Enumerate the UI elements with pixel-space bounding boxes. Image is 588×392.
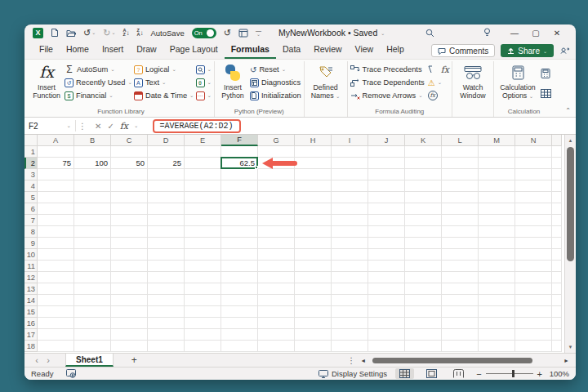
scrollbar-resizer[interactable]: ⋮ xyxy=(347,356,356,365)
vertical-scrollbar-thumb[interactable] xyxy=(567,147,574,261)
cell-K2[interactable] xyxy=(405,158,442,169)
name-box[interactable]: F2 ⌄ xyxy=(24,118,75,134)
cell-D11[interactable] xyxy=(148,261,185,272)
cell-E18[interactable] xyxy=(185,341,221,352)
cell-J16[interactable] xyxy=(368,318,405,329)
column-header-N[interactable]: N xyxy=(515,135,552,146)
cell-H5[interactable] xyxy=(295,192,332,203)
name-box-resizer[interactable]: ⋮ xyxy=(75,120,89,131)
row-header-12[interactable]: 12 xyxy=(24,272,38,283)
cell-L2[interactable] xyxy=(442,158,479,169)
cell-D14[interactable] xyxy=(148,295,185,306)
cell-F3[interactable] xyxy=(221,169,258,180)
cell-J14[interactable] xyxy=(368,295,405,306)
python-initialization-button[interactable]: Initialization xyxy=(250,90,301,101)
cell-F17[interactable] xyxy=(221,329,258,341)
cell-E12[interactable] xyxy=(185,272,221,283)
cell-A17[interactable] xyxy=(38,329,74,341)
cell-K5[interactable] xyxy=(405,192,442,203)
cell-A9[interactable] xyxy=(38,238,74,249)
cell-L11[interactable] xyxy=(442,261,479,272)
cell-I10[interactable] xyxy=(332,249,368,261)
row-header-18[interactable]: 18 xyxy=(24,341,38,352)
cell-F10[interactable] xyxy=(221,249,258,261)
cell-F14[interactable] xyxy=(221,295,258,306)
cell-B11[interactable] xyxy=(74,261,111,272)
formula-input[interactable]: =AVERAGE(A2:D2) xyxy=(160,122,234,131)
column-header-I[interactable]: I xyxy=(332,135,368,146)
cell-F15[interactable] xyxy=(221,306,258,318)
cell-partial[interactable] xyxy=(552,329,562,341)
cell-B4[interactable] xyxy=(74,180,111,192)
cell-L7[interactable] xyxy=(442,215,479,226)
cell-H17[interactable] xyxy=(295,329,332,341)
column-header-K[interactable]: K xyxy=(405,135,442,146)
chevron-down-icon[interactable]: ⌄ xyxy=(91,30,96,35)
cell-H15[interactable] xyxy=(295,306,332,318)
cell-B1[interactable] xyxy=(74,146,111,158)
cell-B10[interactable] xyxy=(74,249,111,261)
recently-used-button[interactable]: ↺ Recently Used⌄ xyxy=(65,77,132,88)
cell-C4[interactable] xyxy=(111,180,148,192)
cell-G16[interactable] xyxy=(258,318,295,329)
cell-C9[interactable] xyxy=(111,238,148,249)
cell-C3[interactable] xyxy=(111,169,148,180)
cell-A3[interactable] xyxy=(38,169,74,180)
accessibility-icon[interactable] xyxy=(66,369,76,378)
zoom-slider[interactable] xyxy=(486,373,533,374)
cell-H2[interactable] xyxy=(295,158,332,169)
cell-D16[interactable] xyxy=(148,318,185,329)
cell-D12[interactable] xyxy=(148,272,185,283)
page-layout-view-button[interactable] xyxy=(422,368,441,379)
cell-N10[interactable] xyxy=(515,249,552,261)
document-title[interactable]: MyNewWorkbook • Saved ⌄ xyxy=(278,28,385,38)
tab-insert[interactable]: Insert xyxy=(96,42,130,59)
chevron-down-icon[interactable]: ⌄ xyxy=(111,30,115,35)
cell-F9[interactable] xyxy=(221,238,258,249)
cell-B16[interactable] xyxy=(74,318,111,329)
cell-B5[interactable] xyxy=(74,192,111,203)
cell-I13[interactable] xyxy=(332,283,368,295)
column-header-L[interactable]: L xyxy=(442,135,479,146)
cell-D3[interactable] xyxy=(148,169,185,180)
cell-E7[interactable] xyxy=(185,215,221,226)
cell-I8[interactable] xyxy=(332,226,368,238)
cell-partial[interactable] xyxy=(552,146,562,158)
cell-D5[interactable] xyxy=(148,192,185,203)
cell-J17[interactable] xyxy=(368,329,405,341)
cell-J13[interactable] xyxy=(368,283,405,295)
financial-button[interactable]: $ Financial⌄ xyxy=(65,90,132,101)
collapse-ribbon-button[interactable]: ⌃ xyxy=(565,107,571,114)
cell-A10[interactable] xyxy=(38,249,74,261)
row-header-10[interactable]: 10 xyxy=(24,249,38,261)
add-sheet-button[interactable]: + xyxy=(131,354,137,366)
python-reset-button[interactable]: ↺ Reset⌄ xyxy=(250,64,301,75)
scroll-down-icon[interactable]: ▼ xyxy=(565,345,576,350)
cell-K12[interactable] xyxy=(405,272,442,283)
cell-M11[interactable] xyxy=(479,261,515,272)
page-break-view-button[interactable] xyxy=(449,368,468,379)
cell-partial[interactable] xyxy=(552,203,562,215)
cell-partial[interactable] xyxy=(552,272,562,283)
cell-N6[interactable] xyxy=(515,203,552,215)
tab-help[interactable]: Help xyxy=(380,42,411,59)
cell-N2[interactable] xyxy=(515,158,552,169)
cell-L18[interactable] xyxy=(442,341,479,352)
cell-partial[interactable] xyxy=(552,215,562,226)
zoom-out-button[interactable]: − xyxy=(476,369,481,379)
cell-C11[interactable] xyxy=(111,261,148,272)
sort-ascending-button[interactable]: AZ ↓ xyxy=(123,29,130,38)
row-header-6[interactable]: 6 xyxy=(24,203,38,215)
cell-H10[interactable] xyxy=(295,249,332,261)
trace-dependents-button[interactable]: Trace Dependents xyxy=(350,77,425,88)
cell-N15[interactable] xyxy=(515,306,552,318)
cell-B15[interactable] xyxy=(74,306,111,318)
cell-C2[interactable]: 50 xyxy=(111,158,148,169)
cell-J3[interactable] xyxy=(368,169,405,180)
sheet-tab-sheet1[interactable]: Sheet1 xyxy=(65,354,114,367)
cell-partial[interactable] xyxy=(552,180,562,192)
horizontal-scrollbar-thumb[interactable] xyxy=(372,358,532,363)
cell-M9[interactable] xyxy=(479,238,515,249)
cell-M10[interactable] xyxy=(479,249,515,261)
cell-M6[interactable] xyxy=(479,203,515,215)
